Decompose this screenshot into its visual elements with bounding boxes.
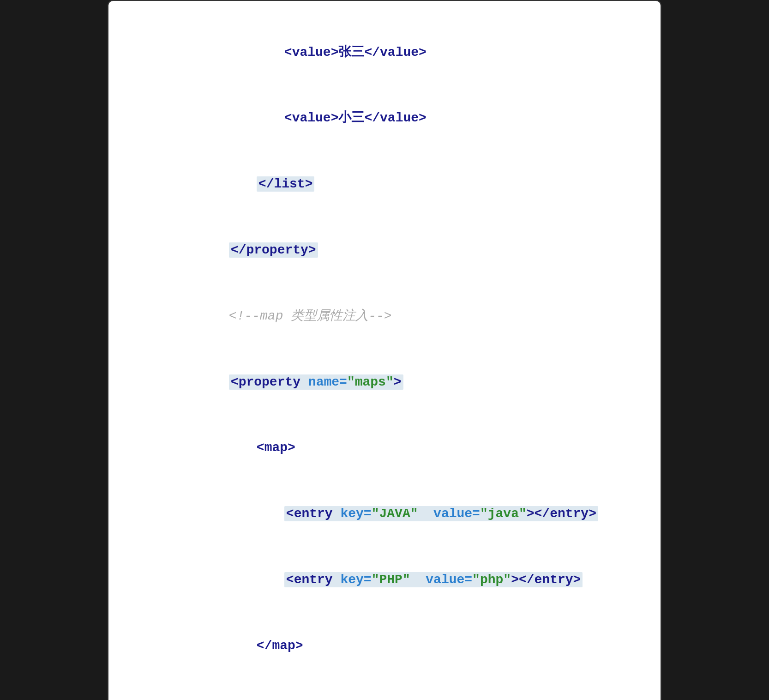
attr-value-val-java: "java" [480, 507, 527, 521]
code-line-open-map: <map> [210, 415, 637, 481]
code-container: <value>张三</value> <value>小三</value> </li… [108, 0, 661, 700]
code-line-close-map: </map> [210, 613, 637, 679]
code-line-entry-php: <entry key="PHP" value="php"></entry> [238, 547, 637, 613]
text-zhangsan: 张三 [338, 45, 364, 60]
attr-key-php: key= [340, 573, 371, 587]
highlight-entry-php: <entry key="PHP" value="php"></entry> [284, 572, 583, 587]
tag-entry-close-php: ></entry> [511, 573, 581, 587]
tag-property-open-maps: <property [231, 375, 308, 389]
attr-key-java: key= [340, 507, 371, 521]
tag-list-close: </list> [258, 177, 313, 191]
code-line-close-property-2: </property> [182, 679, 637, 700]
tag-value-close: </value> [364, 45, 426, 60]
code-block: <value>张三</value> <value>小三</value> </li… [127, 19, 637, 700]
highlight-close-list: </list> [257, 176, 315, 192]
comment-map: <!--map 类型属性注入--> [229, 309, 392, 323]
tag-map-close: </map> [257, 639, 303, 653]
code-line-value-zhangsan: <value>张三</value> [238, 19, 637, 85]
tag-entry-open-java: <entry [286, 507, 341, 521]
code-line-comment-map: <!--map 类型属性注入--> [182, 283, 637, 349]
code-line-property-maps: <property name="maps"> [182, 349, 637, 415]
code-line-close-property-1: </property> [182, 217, 637, 283]
tag-value-open-2: <value> [284, 111, 339, 125]
code-line-close-list: </list> [210, 151, 637, 217]
attr-value-php: value= [410, 573, 472, 587]
highlight-close-property-1: </property> [229, 242, 318, 258]
code-line-value-xiaoshan: <value>小三</value> [238, 85, 637, 151]
attr-value-val-php: "php" [472, 573, 511, 587]
tag-value-close-2: </value> [364, 111, 426, 125]
tag-map-open: <map> [257, 441, 295, 455]
attr-value-maps: "maps" [347, 375, 394, 389]
code-line-entry-java: <entry key="JAVA" value="java"></entry> [238, 481, 637, 547]
tag-property-bracket-maps: > [394, 375, 402, 389]
highlight-property-maps: <property name="maps"> [229, 374, 403, 390]
attr-value-key-php: "PHP" [372, 573, 410, 587]
tag-value-open: <value> [284, 45, 339, 60]
tag-entry-close-java: ></entry> [527, 507, 596, 521]
attr-name-maps: name= [308, 375, 347, 389]
tag-property-close-1: </property> [231, 243, 316, 257]
attr-value-key-java: "JAVA" [372, 507, 418, 521]
highlight-entry-java: <entry key="JAVA" value="java"></entry> [284, 506, 598, 521]
attr-value-java: value= [418, 507, 480, 521]
text-xiaoshan: 小三 [338, 111, 364, 125]
tag-entry-open-php: <entry [286, 573, 341, 587]
